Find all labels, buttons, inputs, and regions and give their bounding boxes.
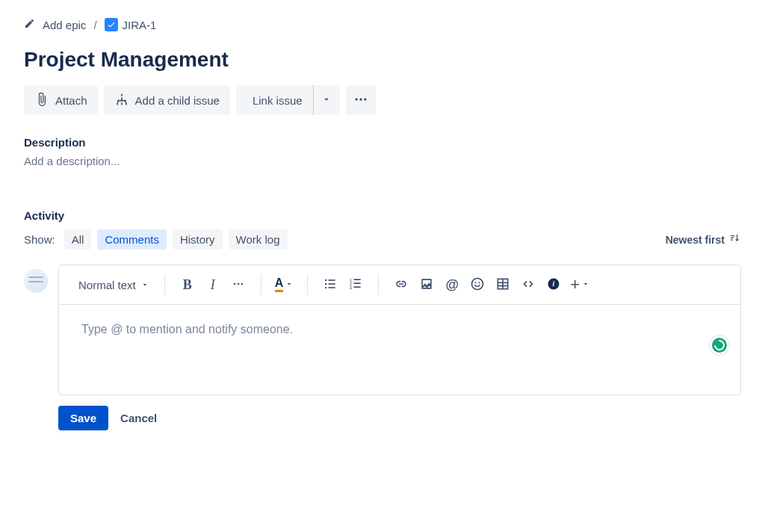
ellipsis-icon <box>231 276 246 294</box>
image-icon <box>419 276 434 294</box>
tab-comments[interactable]: Comments <box>97 229 167 250</box>
mention-button[interactable]: @ <box>440 273 464 297</box>
svg-rect-17 <box>354 286 361 288</box>
emoji-button[interactable] <box>465 273 489 297</box>
ellipsis-icon <box>353 92 368 109</box>
link-issue-dropdown[interactable] <box>313 85 340 115</box>
svg-rect-15 <box>354 282 361 284</box>
sort-label: Newest first <box>666 234 725 246</box>
text-color-button[interactable]: A <box>272 274 297 295</box>
page-title: Project Management <box>24 48 741 72</box>
link-issue-label: Link issue <box>253 94 303 107</box>
toolbar-separator <box>307 274 308 295</box>
image-button[interactable] <box>415 273 439 297</box>
action-toolbar: Attach Add a child issue Link issue <box>24 85 741 115</box>
toolbar-separator <box>261 274 261 295</box>
add-epic-link[interactable]: Add epic <box>43 19 86 31</box>
svg-point-4 <box>237 282 239 285</box>
avatar <box>24 269 48 293</box>
editor-actions: Save Cancel <box>58 406 741 430</box>
pencil-icon <box>24 18 35 31</box>
svg-rect-13 <box>354 279 361 280</box>
toolbar-separator <box>164 274 165 295</box>
sort-button[interactable]: Newest first <box>666 232 741 247</box>
editor-toolbar: Normal text B I A 123 <box>59 265 740 305</box>
info-panel-button[interactable]: i <box>542 273 566 297</box>
issue-key-item[interactable]: JIRA-1 <box>105 18 157 31</box>
code-icon <box>521 276 536 294</box>
tab-history[interactable]: History <box>173 229 223 250</box>
link-issue-split-button: Link issue <box>236 85 340 115</box>
link-issue-button[interactable]: Link issue <box>236 85 313 115</box>
activity-bar: Show: All Comments History Work log Newe… <box>24 229 741 250</box>
attachment-icon <box>34 92 49 109</box>
issue-key-text: JIRA-1 <box>123 19 157 31</box>
svg-point-20 <box>479 282 480 283</box>
tab-all[interactable]: All <box>64 229 92 250</box>
tab-worklog[interactable]: Work log <box>229 229 288 250</box>
table-icon <box>495 276 510 294</box>
add-child-label: Add a child issue <box>135 94 220 107</box>
show-label: Show: <box>24 233 55 246</box>
svg-rect-11 <box>329 287 335 288</box>
bullet-list-button[interactable] <box>318 273 342 297</box>
breadcrumb: Add epic / JIRA-1 <box>24 18 741 31</box>
add-child-issue-button[interactable]: Add a child issue <box>104 85 230 115</box>
link-button[interactable] <box>389 273 413 297</box>
chevron-down-icon <box>140 279 149 291</box>
comment-editor-row: Normal text B I A 123 <box>24 265 741 430</box>
toolbar-separator <box>378 274 379 295</box>
activity-tabs: Show: All Comments History Work log <box>24 229 288 250</box>
svg-point-1 <box>359 98 362 100</box>
attach-button[interactable]: Attach <box>24 85 98 115</box>
attach-label: Attach <box>55 94 87 107</box>
insert-more-button[interactable]: + <box>567 273 593 296</box>
svg-point-10 <box>325 286 327 288</box>
svg-point-0 <box>355 98 357 100</box>
cancel-button[interactable]: Cancel <box>120 412 157 424</box>
editor-textarea[interactable]: Type @ to mention and notify someone. <box>59 305 740 395</box>
numbered-list-button[interactable]: 123 <box>344 273 368 297</box>
more-formatting-button[interactable] <box>226 273 250 297</box>
chevron-down-icon <box>581 278 590 291</box>
italic-button[interactable]: I <box>201 273 225 297</box>
chevron-down-icon <box>285 278 294 291</box>
hierarchy-icon <box>114 92 129 109</box>
bold-button[interactable]: B <box>176 273 199 297</box>
svg-point-3 <box>233 282 235 285</box>
numbered-list-icon: 123 <box>348 276 363 294</box>
description-placeholder[interactable]: Add a description... <box>24 155 741 167</box>
bullet-list-icon <box>323 276 338 294</box>
svg-text:3: 3 <box>350 285 352 289</box>
svg-point-19 <box>475 282 477 283</box>
text-style-label: Normal text <box>78 279 136 291</box>
save-button[interactable]: Save <box>58 406 108 430</box>
svg-point-18 <box>472 278 483 289</box>
grammarly-icon[interactable] <box>709 335 730 356</box>
info-icon: i <box>546 276 561 294</box>
svg-point-8 <box>325 282 327 285</box>
task-icon <box>105 18 118 31</box>
svg-text:i: i <box>553 279 555 288</box>
description-label: Description <box>24 136 741 149</box>
chevron-down-icon <box>321 94 332 107</box>
plus-icon: + <box>570 276 580 293</box>
svg-point-6 <box>325 279 327 281</box>
svg-point-2 <box>364 98 366 100</box>
text-color-letter: A <box>275 277 284 292</box>
text-style-dropdown[interactable]: Normal text <box>74 276 154 294</box>
svg-rect-9 <box>329 283 335 285</box>
code-button[interactable] <box>516 273 540 297</box>
svg-point-5 <box>241 282 243 285</box>
emoji-icon <box>470 276 485 294</box>
table-button[interactable] <box>491 273 515 297</box>
svg-rect-7 <box>329 279 335 281</box>
breadcrumb-separator: / <box>93 19 96 31</box>
link-icon <box>394 276 409 294</box>
more-actions-button[interactable] <box>346 85 376 115</box>
activity-label: Activity <box>24 209 741 222</box>
comment-editor: Normal text B I A 123 <box>58 265 741 395</box>
sort-icon <box>729 232 741 247</box>
editor-placeholder: Type @ to mention and notify someone. <box>81 323 293 335</box>
